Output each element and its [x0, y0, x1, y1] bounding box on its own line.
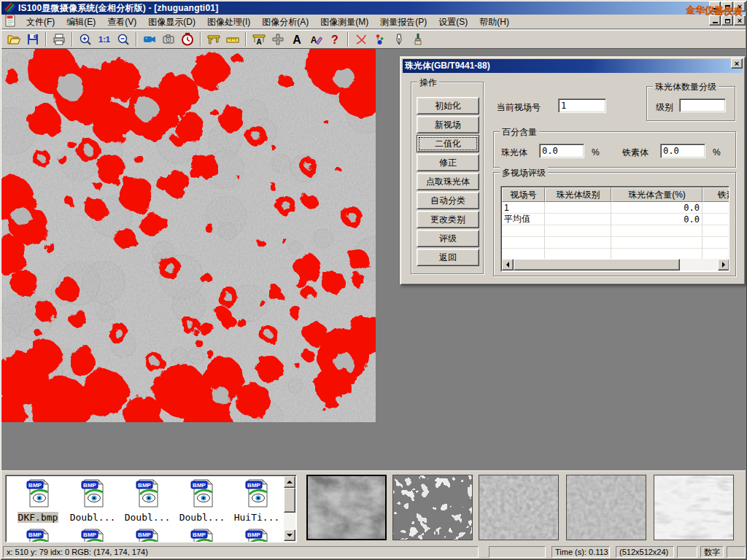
right-arrow-icon — [722, 262, 725, 268]
mode-indicator: 数字 — [700, 546, 724, 558]
table-row-3[interactable] — [502, 225, 729, 237]
timer-icon[interactable] — [178, 31, 197, 47]
menu-item-7[interactable]: 图像测量(M) — [314, 15, 374, 28]
help-icon[interactable]: ? — [325, 31, 344, 47]
open-icon[interactable] — [4, 31, 23, 47]
file-item-Doubl...[interactable]: BMP — [176, 528, 228, 542]
file-item-HuiTi...[interactable]: BMPHuiTi... — [231, 478, 283, 524]
video-camera-icon[interactable] — [140, 31, 159, 47]
file-item-Doubl...[interactable]: BMPDoubl... — [176, 478, 228, 524]
svg-text:BMP: BMP — [138, 532, 151, 538]
scroll-up-button[interactable] — [284, 476, 295, 488]
file-item-DKF.bmp[interactable]: BMP — [12, 528, 64, 542]
scroll-right-button[interactable] — [718, 259, 729, 271]
restore-button[interactable] — [721, 1, 733, 12]
svg-text:BMP: BMP — [247, 482, 260, 489]
scroll-down-button[interactable] — [284, 529, 295, 541]
thumbnail-1[interactable] — [306, 475, 387, 540]
close-button[interactable]: × — [734, 1, 746, 12]
file-list-scrollbar[interactable] — [284, 476, 295, 541]
file-item-DKF.bmp[interactable]: BMPDKF.bmp — [12, 478, 64, 524]
zoom-out-icon[interactable] — [114, 31, 133, 47]
table-cell — [502, 237, 545, 249]
child-minimize-button[interactable] — [709, 15, 721, 26]
multi-view-table[interactable]: 视场号珠光体级别珠光体含量(%)铁素体含量(%)10.0平均值0.0 — [500, 186, 729, 272]
child-restore-button[interactable] — [721, 15, 733, 26]
status-panel-empty-2 — [677, 546, 697, 558]
thumbnail-2[interactable] — [392, 475, 473, 540]
file-item-Doubl...[interactable]: BMPDoubl... — [66, 478, 119, 524]
op-button-8[interactable]: 评级 — [417, 230, 479, 247]
pearlite-percent-input[interactable] — [539, 144, 584, 158]
menu-item-9[interactable]: 设置(S) — [433, 15, 473, 28]
processing-time-readout: Time (s): 0.113 — [551, 546, 610, 558]
ferrite-percent-input[interactable] — [660, 144, 705, 158]
op-button-7[interactable]: 更改类别 — [417, 211, 479, 228]
table-row-2[interactable]: 平均值0.0 — [502, 214, 729, 225]
ferrite-unit: % — [713, 147, 721, 158]
op-button-2[interactable]: 新视场 — [417, 116, 479, 133]
table-row-1[interactable]: 10.0 — [502, 202, 729, 214]
menu-item-3[interactable]: 查看(V) — [101, 15, 142, 28]
op-button-4[interactable]: 修正 — [417, 154, 479, 171]
annotate-icon[interactable]: A — [306, 31, 325, 47]
restore-icon — [725, 19, 730, 23]
scrollbar-thumb[interactable] — [284, 488, 295, 513]
current-view-input[interactable] — [558, 98, 606, 113]
color-picker-icon[interactable] — [390, 31, 409, 47]
dialog-titlebar[interactable]: 珠光体(GB/T9441-88) — [403, 59, 743, 73]
thumbnail-5[interactable] — [654, 475, 734, 540]
menu-item-10[interactable]: 帮助(H) — [473, 15, 515, 28]
measure-text-icon[interactable]: A — [249, 31, 268, 47]
menu-item-2[interactable]: 编辑(E) — [61, 15, 101, 28]
menu-item-6[interactable]: 图像分析(A) — [256, 15, 314, 28]
grade-input[interactable] — [679, 98, 726, 112]
table-horizontal-scrollbar[interactable] — [502, 259, 729, 271]
scrollbar-track[interactable] — [284, 513, 295, 529]
child-close-button[interactable]: × — [734, 15, 746, 26]
minimize-icon — [713, 8, 718, 9]
zoom-in-icon[interactable] — [76, 31, 95, 47]
file-name: Doubl... — [179, 512, 226, 523]
file-item-Doubl...[interactable]: BMP — [121, 528, 174, 542]
grading-group-label: 珠光体数量分级 — [653, 81, 719, 93]
menu-item-5[interactable]: 图像处理(I) — [201, 15, 256, 28]
thumbnail-4[interactable] — [566, 475, 646, 540]
file-list[interactable]: BMPDKF.bmpBMPBMPDoubl...BMPBMPDoubl...BM… — [5, 475, 297, 542]
file-item-HuiTi...[interactable]: BMP — [231, 528, 283, 542]
grid-tool-icon[interactable] — [268, 31, 287, 47]
thumbnail-3[interactable] — [479, 475, 559, 540]
text-icon[interactable]: A — [287, 31, 306, 47]
op-button-6[interactable]: 自动分类 — [417, 192, 479, 209]
ruler-icon[interactable] — [223, 31, 242, 47]
toolbar-separator — [71, 32, 73, 47]
caliper-icon[interactable] — [204, 31, 223, 47]
op-button-3[interactable]: 二值化 — [417, 135, 479, 152]
file-item-Doubl...[interactable]: BMP — [66, 528, 119, 542]
brush-icon[interactable] — [409, 31, 427, 47]
save-icon[interactable] — [23, 31, 42, 47]
dialog-close-button[interactable]: × — [731, 58, 743, 69]
camera-icon[interactable] — [159, 31, 178, 47]
title-bar[interactable]: IS100显微摄像系统(金相分析版) - [zhuguangti01] — [1, 1, 746, 15]
bmp-file-icon: BMP — [135, 497, 160, 510]
scrollbar-thumb[interactable] — [514, 259, 680, 271]
table-row-4[interactable] — [502, 237, 729, 249]
menu-item-1[interactable]: 文件(F) — [20, 15, 61, 28]
multi-view-group: 多视场评级 视场号珠光体级别珠光体含量(%)铁素体含量(%)10.0平均值0.0 — [493, 172, 736, 276]
scrollbar-track[interactable] — [680, 259, 718, 271]
scroll-left-button[interactable] — [502, 259, 514, 271]
metallograph-image[interactable] — [1, 49, 376, 422]
grade-label: 级别 — [656, 101, 673, 114]
print-icon[interactable] — [50, 31, 69, 47]
op-button-1[interactable]: 初始化 — [417, 97, 479, 114]
file-item-Doubl...[interactable]: BMPDoubl... — [121, 478, 174, 524]
minimize-button[interactable] — [709, 1, 721, 12]
curve-tool-icon[interactable] — [352, 31, 371, 47]
menu-item-8[interactable]: 测量报告(P) — [374, 15, 433, 28]
actual-size-icon[interactable]: 1:1 — [95, 31, 114, 47]
particles-icon[interactable] — [371, 31, 390, 47]
op-button-5[interactable]: 点取珠光体 — [417, 173, 479, 190]
op-button-9[interactable]: 返回 — [417, 249, 479, 266]
menu-item-4[interactable]: 图像显示(D) — [142, 15, 201, 28]
